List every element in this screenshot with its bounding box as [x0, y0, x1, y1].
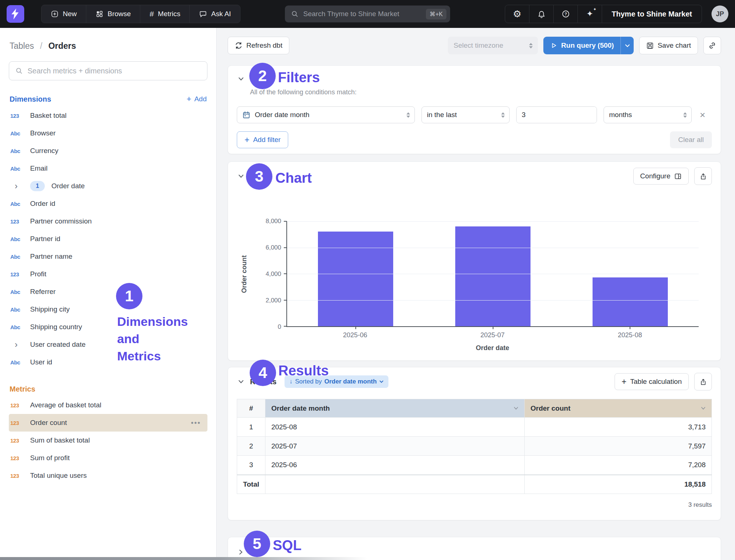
dimension-item[interactable]: Abc Currency [9, 142, 207, 160]
field-type-icon: Abc [10, 254, 30, 260]
configure-chart-button[interactable]: Configure [633, 168, 689, 185]
clear-all-button[interactable]: Clear all [670, 131, 712, 148]
dimension-item[interactable]: › User created date [9, 336, 207, 353]
row-menu-icon[interactable]: ••• [191, 419, 207, 427]
metric-item[interactable]: 123 Sum of basket total [9, 432, 207, 449]
dimension-item[interactable]: Abc Email [9, 160, 207, 177]
field-type-icon: 123 [10, 113, 30, 119]
field-label: Average of basket total [30, 401, 101, 409]
filter-operator-select[interactable]: in the last [421, 106, 510, 123]
metric-item[interactable]: 123 Sum of profit [9, 449, 207, 467]
filters-subtitle: All of the following conditions match: [250, 88, 712, 96]
metric-column-header[interactable]: Order count [524, 399, 712, 418]
results-collapse-chevron[interactable] [237, 380, 245, 383]
user-avatar[interactable]: JP [712, 6, 728, 22]
ai-assistant-button[interactable]: ✦✦ [578, 5, 602, 23]
chevron-down-icon [238, 77, 244, 81]
run-query-dropdown[interactable] [620, 37, 634, 54]
sparkles-icon: ✦✦ [586, 10, 593, 18]
table-body: 12025-083,71322025-077,59732025-067,208T… [237, 418, 712, 494]
filter-field-value: Order date month [255, 111, 398, 119]
new-menu-item[interactable]: New [41, 5, 86, 23]
bar-2025-08[interactable] [593, 277, 668, 326]
filter-unit-value: months [609, 111, 680, 119]
sorted-by-text: Sorted by [295, 378, 322, 385]
search-icon [15, 67, 23, 75]
metric-item[interactable]: 123 Total unique users [9, 467, 207, 484]
dimension-item[interactable]: › 1 Order date [9, 177, 207, 195]
dimension-item[interactable]: Abc Referrer [9, 283, 207, 301]
org-switcher[interactable]: Thyme to Shine Market [602, 5, 702, 23]
metrics-menu-item[interactable]: # Metrics [140, 5, 190, 23]
help-button[interactable]: ? [554, 5, 578, 23]
dimensions-section: Dimensions +Add 123 Basket total Abc [9, 94, 207, 371]
metric-column-label: Order count [531, 404, 571, 412]
configure-label: Configure [640, 172, 670, 180]
top-nav: New Browse # Metrics Ask AI Search Thyme… [0, 0, 735, 28]
fields-search-box[interactable] [9, 61, 207, 80]
dimension-item[interactable]: Abc Shipping city [9, 301, 207, 318]
field-label: Browser [30, 129, 56, 137]
dimension-item[interactable]: Abc Browser [9, 124, 207, 142]
chevron-down-icon [379, 380, 384, 383]
dimension-item[interactable]: 123 Basket total [9, 107, 207, 124]
add-dimension-button[interactable]: +Add [187, 94, 207, 104]
field-type-icon: Abc [10, 289, 30, 295]
metric-item[interactable]: 123 Order count ••• [9, 414, 207, 432]
chart-panel: Configure Order count 8,0006,0004,0002,0… [228, 161, 721, 361]
filter-unit-select[interactable]: months [604, 106, 692, 123]
notifications-button[interactable] [529, 5, 554, 23]
x-tick-label: 2025-06 [286, 331, 424, 339]
bar-2025-07[interactable] [455, 226, 531, 326]
refresh-dbt-button[interactable]: Refresh dbt [228, 37, 289, 54]
dimension-item[interactable]: Abc Partner id [9, 230, 207, 248]
table-total-row: Total18,518 [237, 475, 712, 494]
dimension-item[interactable]: Abc Partner name [9, 248, 207, 265]
global-search-input[interactable]: Search Thyme to Shine Market ⌘+K [285, 6, 450, 22]
bar-2025-06[interactable] [318, 232, 393, 326]
y-tick-mark [284, 247, 287, 248]
export-results-button[interactable] [694, 373, 712, 390]
add-filter-button[interactable]: + Add filter [237, 131, 288, 148]
field-label: Order id [30, 200, 55, 208]
x-axis-labels: 2025-062025-072025-08 [286, 331, 699, 339]
dimension-column-header[interactable]: Order date month [265, 399, 524, 418]
chart-plot-area [286, 221, 699, 327]
x-tick-mark [355, 327, 356, 329]
table-calculation-button[interactable]: + Table calculation [615, 373, 689, 390]
metrics-list: 123 Average of basket total 123 Order co… [9, 396, 207, 484]
save-chart-button[interactable]: Save chart [639, 37, 698, 54]
y-tick-label: 2,000 [265, 297, 281, 304]
chevron-down-icon [625, 44, 630, 47]
fields-search-input[interactable] [28, 67, 201, 75]
filter-count-badge: 1 [30, 181, 45, 191]
run-query-button[interactable]: Run query (500) [543, 37, 621, 54]
sql-collapse-chevron[interactable] [237, 549, 245, 555]
sorted-by-chip[interactable]: ↓ Sorted by Order date month [285, 375, 388, 388]
field-type-icon: Abc [10, 324, 30, 330]
remove-filter-button[interactable]: × [700, 110, 705, 120]
ask-ai-menu-item[interactable]: Ask AI [190, 5, 240, 23]
filters-collapse-chevron[interactable] [237, 77, 245, 81]
metric-item[interactable]: 123 Average of basket total [9, 396, 207, 414]
global-search-placeholder: Search Thyme to Shine Market [303, 10, 426, 18]
field-type-icon: 123 [10, 420, 30, 426]
timezone-select[interactable]: Select timezone [448, 37, 538, 54]
field-type-icon: 123 [10, 455, 30, 461]
dimension-item[interactable]: 123 Partner commission [9, 212, 207, 230]
export-chart-button[interactable] [694, 167, 712, 185]
chart-collapse-chevron[interactable] [237, 174, 245, 178]
browse-menu-item[interactable]: Browse [86, 5, 140, 23]
share-link-button[interactable] [703, 37, 721, 54]
field-label: Total unique users [30, 472, 87, 480]
y-tick-mark [284, 221, 287, 222]
dimension-item[interactable]: 123 Profit [9, 265, 207, 283]
dimension-item[interactable]: Abc Order id [9, 195, 207, 212]
dimension-item[interactable]: Abc Shipping country [9, 318, 207, 336]
settings-button[interactable]: ⚙ [505, 5, 529, 23]
breadcrumb-tables-link[interactable]: Tables [10, 41, 34, 51]
filter-field-select[interactable]: Order date month [237, 106, 415, 123]
dimension-item[interactable]: Abc User id [9, 353, 207, 371]
filter-value-input[interactable] [517, 107, 597, 123]
app-logo[interactable] [7, 5, 24, 23]
